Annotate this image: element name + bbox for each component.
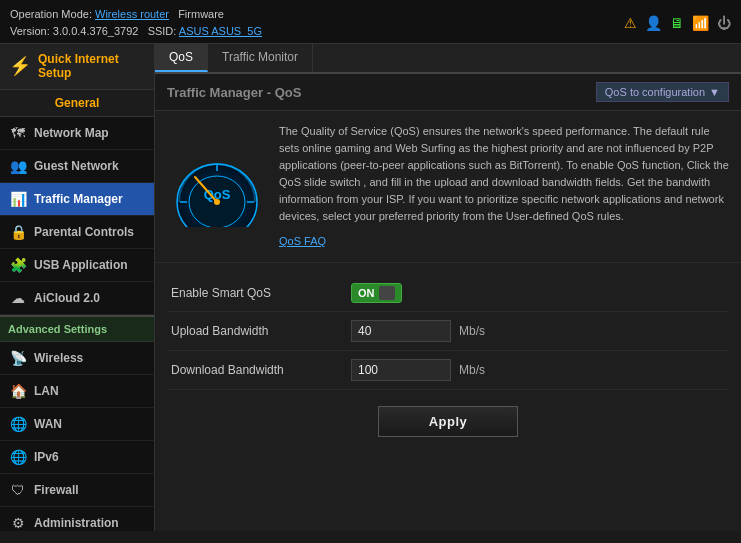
parental-controls-icon: 🔒 xyxy=(8,224,28,240)
wan-icon: 🌐 xyxy=(8,416,28,432)
quick-setup-icon: ⚡ xyxy=(8,55,32,77)
smart-qos-row: Enable Smart QoS ON xyxy=(167,275,729,312)
smart-qos-toggle[interactable]: ON xyxy=(351,283,402,303)
qos-gauge-svg: QoS xyxy=(170,147,265,227)
tab-qos[interactable]: QoS xyxy=(155,44,208,72)
warning-icon[interactable]: ⚠ xyxy=(624,15,637,31)
qos-description-text: The Quality of Service (QoS) ensures the… xyxy=(279,125,729,222)
usb-application-icon: 🧩 xyxy=(8,257,28,273)
sidebar-item-ipv6[interactable]: 🌐 IPv6 xyxy=(0,441,154,474)
sidebar-item-administration[interactable]: ⚙ Administration xyxy=(0,507,154,531)
sidebar-quick-label: Quick Internet Setup xyxy=(38,52,119,81)
download-unit: Mb/s xyxy=(459,363,485,377)
administration-icon: ⚙ xyxy=(8,515,28,531)
ssid-label: SSID: xyxy=(148,25,177,37)
content-header: Traffic Manager - QoS QoS to configurati… xyxy=(155,74,741,111)
header-info: Operation Mode: Wireless router Firmware… xyxy=(10,6,262,39)
page-title: Traffic Manager - QoS xyxy=(167,85,301,100)
sidebar-item-wireless[interactable]: 📡 Wireless xyxy=(0,342,154,375)
sidebar-label-aicloud: AiCloud 2.0 xyxy=(34,291,100,305)
ipv6-icon: 🌐 xyxy=(8,449,28,465)
operation-mode-value: Wireless router xyxy=(95,8,169,20)
qos-info-section: QoS The Quality of Service (QoS) ensures… xyxy=(155,111,741,263)
content-area: QoS Traffic Monitor Traffic Manager - Qo… xyxy=(155,44,741,531)
upload-control: Mb/s xyxy=(351,320,725,342)
ssid-values: ASUS ASUS_5G xyxy=(179,25,262,37)
dropdown-label: QoS to configuration xyxy=(605,86,705,98)
sidebar-label-network-map: Network Map xyxy=(34,126,109,140)
qos-gauge: QoS xyxy=(167,123,267,250)
header-icons: ⚠ 👤 🖥 📶 ⏻ xyxy=(624,15,731,31)
sidebar-item-traffic-manager[interactable]: 📊 Traffic Manager xyxy=(0,183,154,216)
main-layout: ⚡ Quick Internet Setup General 🗺 Network… xyxy=(0,44,741,531)
sidebar-item-usb-application[interactable]: 🧩 USB Application xyxy=(0,249,154,282)
qos-faq-link[interactable]: QoS FAQ xyxy=(279,233,729,250)
settings-form: Enable Smart QoS ON Upload Bandwidth Mb/… xyxy=(155,263,741,465)
upload-input[interactable] xyxy=(351,320,451,342)
title-sub: QoS xyxy=(275,85,302,100)
sidebar-item-wan[interactable]: 🌐 WAN xyxy=(0,408,154,441)
version-label: Version: xyxy=(10,25,50,37)
user-icon[interactable]: 👤 xyxy=(645,15,662,31)
apply-button[interactable]: Apply xyxy=(378,406,519,437)
svg-point-7 xyxy=(214,199,220,205)
aicloud-icon: ☁ xyxy=(8,290,28,306)
toggle-knob xyxy=(379,286,395,300)
smart-qos-control: ON xyxy=(351,283,725,303)
sidebar-item-aicloud[interactable]: ☁ AiCloud 2.0 xyxy=(0,282,154,315)
smart-qos-label: Enable Smart QoS xyxy=(171,286,351,300)
sidebar-label-wireless: Wireless xyxy=(34,351,83,365)
sidebar-label-traffic-manager: Traffic Manager xyxy=(34,192,123,206)
sidebar-item-lan[interactable]: 🏠 LAN xyxy=(0,375,154,408)
tab-traffic-monitor[interactable]: Traffic Monitor xyxy=(208,44,313,72)
download-label: Download Bandwidth xyxy=(171,363,351,377)
operation-mode-label: Operation Mode: xyxy=(10,8,92,20)
sidebar-item-firewall[interactable]: 🛡 Firewall xyxy=(0,474,154,507)
sidebar-label-lan: LAN xyxy=(34,384,59,398)
traffic-manager-icon: 📊 xyxy=(8,191,28,207)
qos-config-dropdown[interactable]: QoS to configuration ▼ xyxy=(596,82,729,102)
wifi-icon[interactable]: 📶 xyxy=(692,15,709,31)
sidebar-label-parental-controls: Parental Controls xyxy=(34,225,134,239)
sidebar-item-parental-controls[interactable]: 🔒 Parental Controls xyxy=(0,216,154,249)
qos-description: The Quality of Service (QoS) ensures the… xyxy=(279,123,729,250)
upload-label: Upload Bandwidth xyxy=(171,324,351,338)
version-value: 3.0.0.4.376_3792 xyxy=(53,25,139,37)
wireless-icon: 📡 xyxy=(8,350,28,366)
title-separator: - xyxy=(267,85,275,100)
sidebar-general-header: General xyxy=(0,90,154,117)
upload-unit: Mb/s xyxy=(459,324,485,338)
title-main: Traffic Manager xyxy=(167,85,263,100)
download-control: Mb/s xyxy=(351,359,725,381)
sidebar-advanced-header: Advanced Settings xyxy=(0,315,154,342)
toggle-on-label: ON xyxy=(358,287,375,299)
display-icon[interactable]: 🖥 xyxy=(670,15,684,31)
download-bandwidth-row: Download Bandwidth Mb/s xyxy=(167,351,729,390)
tab-bar: QoS Traffic Monitor xyxy=(155,44,741,74)
chevron-down-icon: ▼ xyxy=(709,86,720,98)
sidebar-label-wan: WAN xyxy=(34,417,62,431)
network-map-icon: 🗺 xyxy=(8,125,28,141)
guest-network-icon: 👥 xyxy=(8,158,28,174)
sidebar: ⚡ Quick Internet Setup General 🗺 Network… xyxy=(0,44,155,531)
sidebar-label-usb-application: USB Application xyxy=(34,258,128,272)
sidebar-label-administration: Administration xyxy=(34,516,119,530)
sidebar-label-ipv6: IPv6 xyxy=(34,450,59,464)
sidebar-item-guest-network[interactable]: 👥 Guest Network xyxy=(0,150,154,183)
download-input[interactable] xyxy=(351,359,451,381)
power-icon[interactable]: ⏻ xyxy=(717,15,731,31)
lan-icon: 🏠 xyxy=(8,383,28,399)
sidebar-label-guest-network: Guest Network xyxy=(34,159,119,173)
upload-bandwidth-row: Upload Bandwidth Mb/s xyxy=(167,312,729,351)
sidebar-label-firewall: Firewall xyxy=(34,483,79,497)
firmware-label: Firmware xyxy=(178,8,224,20)
firewall-icon: 🛡 xyxy=(8,482,28,498)
sidebar-item-network-map[interactable]: 🗺 Network Map xyxy=(0,117,154,150)
sidebar-item-quick-setup[interactable]: ⚡ Quick Internet Setup xyxy=(0,44,154,90)
header: Operation Mode: Wireless router Firmware… xyxy=(0,0,741,44)
